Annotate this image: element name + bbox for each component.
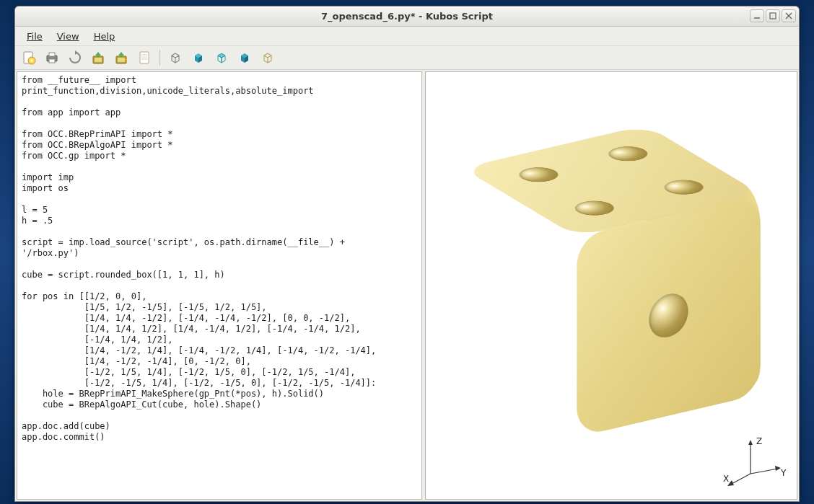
svg-point-6 (30, 59, 33, 62)
pip (657, 177, 710, 198)
viewport-3d[interactable]: Z Y X (425, 71, 797, 500)
svg-marker-27 (775, 466, 781, 471)
svg-rect-16 (118, 58, 125, 62)
dice-face-front (577, 194, 760, 438)
minimize-button[interactable] (750, 9, 764, 22)
close-button[interactable] (782, 9, 796, 22)
view-wireframe-button[interactable] (166, 48, 185, 67)
axis-x-label: X (723, 474, 729, 484)
svg-rect-14 (97, 54, 99, 57)
view-hidden-button[interactable] (212, 48, 231, 67)
print-icon (45, 50, 59, 65)
axis-triad: Z Y X (722, 434, 787, 492)
axis-z-label: Z (756, 436, 762, 446)
pip (649, 290, 688, 342)
svg-line-28 (730, 474, 750, 485)
save-icon (91, 50, 105, 65)
svg-rect-9 (49, 59, 55, 63)
code-editor[interactable]: from __future__ import print_function,di… (17, 71, 422, 500)
svg-rect-1 (770, 13, 776, 19)
new-file-button[interactable] (19, 48, 38, 67)
svg-rect-20 (140, 52, 149, 63)
page-icon (137, 50, 152, 65)
view-bbox-button[interactable] (258, 48, 277, 67)
svg-rect-12 (95, 58, 102, 62)
menu-help[interactable]: Help (88, 29, 121, 44)
save-as-button[interactable] (112, 48, 131, 67)
view-shaded-button[interactable] (235, 48, 254, 67)
svg-rect-8 (49, 53, 55, 56)
menu-file[interactable]: File (21, 29, 48, 44)
window-title: 7_openscad_6.py* - Kubos Script (321, 11, 493, 22)
pip (568, 198, 621, 218)
reload-icon (68, 50, 82, 65)
cube-hidden-icon (214, 50, 229, 65)
svg-marker-25 (748, 440, 753, 445)
cube-solid-icon (191, 50, 206, 65)
pip (512, 164, 565, 185)
toolbar-separator (159, 50, 160, 66)
print-button[interactable] (43, 48, 61, 67)
titlebar[interactable]: 7_openscad_6.py* - Kubos Script (15, 6, 799, 27)
maximize-button[interactable] (766, 9, 780, 22)
cube-shaded-icon (237, 50, 252, 65)
page-button[interactable] (135, 48, 154, 67)
svg-rect-18 (121, 54, 122, 57)
svg-marker-10 (75, 50, 78, 55)
view-solid-button[interactable] (189, 48, 208, 67)
toolbar (15, 45, 799, 70)
cube-wireframe-icon (168, 50, 183, 65)
dice-model (520, 159, 703, 403)
save-as-icon (114, 50, 128, 65)
window-controls (750, 9, 796, 22)
new-file-icon (22, 50, 36, 65)
cube-bbox-icon (261, 50, 275, 65)
svg-line-26 (750, 469, 778, 474)
content-area: from __future__ import print_function,di… (15, 70, 799, 501)
reload-button[interactable] (66, 48, 84, 67)
menu-view[interactable]: View (51, 29, 85, 44)
menubar: File View Help (15, 27, 799, 45)
app-window: 7_openscad_6.py* - Kubos Script File Vie… (14, 6, 800, 502)
save-button[interactable] (89, 48, 108, 67)
pip (601, 143, 655, 164)
axis-y-label: Y (780, 468, 787, 478)
